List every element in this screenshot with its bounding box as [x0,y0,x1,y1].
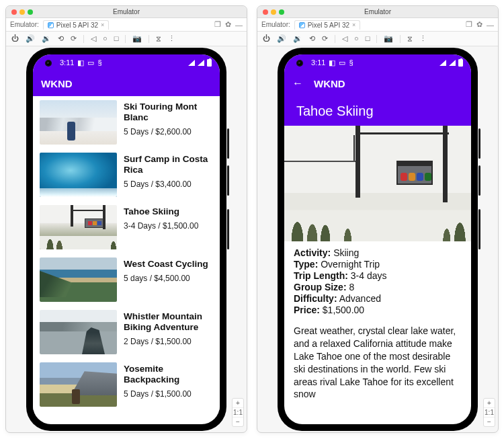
power-icon[interactable]: ⏻ [11,35,19,42]
back-button[interactable]: ← [292,78,303,89]
list-item[interactable]: Ski Touring Mont Blanc 5 Days / $2,600.0… [33,96,220,149]
popout-icon[interactable]: ❐ [214,20,221,29]
hide-icon[interactable]: — [235,21,243,29]
window-title: Emulator [6,8,247,15]
hw-power [227,209,229,249]
snapshot-icon[interactable]: ⧖ [407,35,413,42]
hide-icon[interactable]: — [487,21,494,29]
list-item[interactable]: Yosemite Backpacking 5 Days / $1,500.00 [33,358,220,411]
signal-icon [198,60,204,66]
rotate-left-icon[interactable]: ⟲ [309,35,315,42]
close-icon[interactable] [263,9,268,15]
spec-price: Price: $1,500.00 [294,305,462,315]
android-status-bar: 3:11 ◧ ▭ § [33,54,220,71]
zoom-controls: + 1:1 − [483,398,495,427]
tab-section-label: Emulator: [261,21,290,28]
screenshot-icon[interactable]: 📷 [384,35,393,42]
emulator-tab[interactable]: Pixel 5 API 32 × [43,20,110,30]
zoom-in-button[interactable]: + [233,399,243,408]
emulator-tab[interactable]: Pixel 5 API 32 × [294,20,361,30]
wifi-icon [439,60,446,66]
close-tab-icon[interactable]: × [101,22,104,28]
hw-volume-up [478,128,480,159]
app-bar: WKND [33,71,220,96]
detail-title: Tahoe Skiing [296,104,374,119]
back-nav-icon[interactable]: ◁ [342,35,347,42]
volume-up-icon[interactable]: 🔊 [277,35,286,42]
snapshot-icon[interactable]: ⧖ [156,35,161,42]
thumbnail-ski-touring [40,100,117,145]
signal-icon [449,60,456,66]
emulator-tab-label: Pixel 5 API 32 [56,22,98,29]
window-title: Emulator [257,8,498,15]
close-icon[interactable] [11,9,17,15]
device-icon [299,22,305,28]
close-tab-icon[interactable]: × [352,22,355,28]
list-item[interactable]: Whistler Mountain Biking Adventure 2 Day… [33,306,220,358]
zoom-out-button[interactable]: − [233,417,243,426]
status-time: 3:11 [311,58,325,67]
emulator-toolbar: ⏻ 🔊 🔉 ⟲ ⟳ ◁ ○ □ 📷 ⧖ ⋮ [257,32,498,46]
overview-nav-icon[interactable]: □ [114,35,119,42]
spec-activity: Activity: Skiing [294,247,462,258]
list-item[interactable]: Surf Camp in Costa Rica 5 Days / $3,400.… [33,149,220,201]
rotate-right-icon[interactable]: ⟳ [322,35,328,42]
spec-difficulty: Difficulty: Advanced [294,293,462,304]
volume-down-icon[interactable]: 🔉 [293,35,302,42]
list-item-title: Yosemite Backpacking [124,364,213,385]
detail-title-bar: Tahoe Skiing [284,96,471,126]
device-frame: 3:11 ◧ ▭ § ← WKND [278,48,478,431]
tab-section-label: Emulator: [10,21,39,28]
status-time: 3:11 [60,58,74,67]
status-debug-icon: § [349,58,353,67]
zoom-in-button[interactable]: + [484,399,495,408]
window-titlebar[interactable]: Emulator [257,6,498,18]
list-item-subtitle: 5 Days / $1,500.00 [124,389,213,399]
screenshot-icon[interactable]: 📷 [132,35,142,42]
power-icon[interactable]: ⏻ [263,35,270,42]
settings-icon[interactable]: ✿ [476,20,482,29]
list-item[interactable]: West Coast Cycling 5 days / $4,500.00 [33,253,220,306]
minimize-icon[interactable] [271,9,276,15]
list-item-title: Whistler Mountain Biking Adventure [124,311,213,333]
adventure-list[interactable]: Ski Touring Mont Blanc 5 Days / $2,600.0… [33,96,220,411]
rotate-right-icon[interactable]: ⟳ [71,35,77,42]
home-nav-icon[interactable]: ○ [103,35,108,42]
battery-icon [207,59,212,67]
list-item-subtitle: 2 Days / $1,500.00 [124,337,213,346]
app-bar: ← WKND [284,71,471,96]
maximize-icon[interactable] [28,9,33,15]
home-indicator[interactable] [341,420,415,422]
maximize-icon[interactable] [279,9,284,15]
settings-icon[interactable]: ✿ [225,20,231,29]
volume-down-icon[interactable]: 🔉 [42,35,51,42]
more-icon[interactable]: ⋮ [168,35,175,42]
list-item[interactable]: Tahoe Skiing 3-4 Days / $1,500.00 [33,201,220,253]
detail-body[interactable]: Activity: Skiing Type: Overnight Trip Tr… [284,241,471,406]
home-nav-icon[interactable]: ○ [354,35,359,42]
thumbnail-whistler [40,310,117,354]
window-titlebar[interactable]: Emulator [6,6,247,18]
hw-volume-down [227,165,229,196]
rotate-left-icon[interactable]: ⟲ [58,35,64,42]
emulator-window-list: Emulator Emulator: Pixel 5 API 32 × ❐ ✿ … [5,5,247,433]
more-icon[interactable]: ⋮ [419,35,427,42]
list-item-subtitle: 5 Days / $3,400.00 [124,179,213,189]
device-icon [48,22,54,28]
battery-icon [458,59,463,67]
zoom-ratio[interactable]: 1:1 [484,408,495,417]
home-indicator[interactable] [89,420,163,422]
app-title: WKND [314,78,345,89]
minimize-icon[interactable] [19,9,25,15]
volume-up-icon[interactable]: 🔊 [26,35,35,42]
device-frame: 3:11 ◧ ▭ § WKND [26,48,226,431]
thumbnail-surf-camp [40,153,117,197]
overview-nav-icon[interactable]: □ [366,35,370,42]
android-status-bar: 3:11 ◧ ▭ § [284,54,471,71]
detail-description: Great weather, crystal clear lake water,… [294,325,462,401]
emulator-toolbar: ⏻ 🔊 🔉 ⟲ ⟳ ◁ ○ □ 📷 ⧖ ⋮ [6,32,247,46]
zoom-out-button[interactable]: − [484,417,495,426]
popout-icon[interactable]: ❐ [466,20,472,29]
back-nav-icon[interactable]: ◁ [91,35,96,42]
zoom-ratio[interactable]: 1:1 [233,408,243,417]
